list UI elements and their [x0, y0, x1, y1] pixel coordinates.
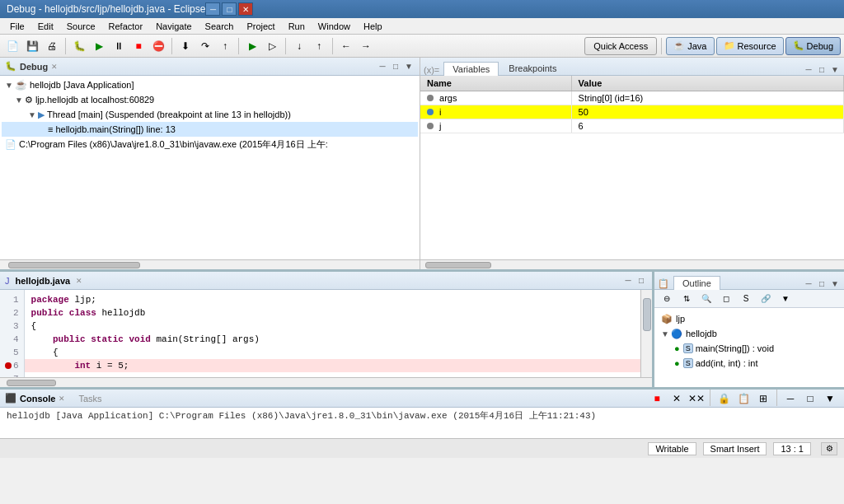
editor-close-icon[interactable]: ✕ [76, 277, 82, 285]
menu-source[interactable]: Source [60, 20, 102, 33]
perspective-resource-button[interactable]: 📁 Resource [716, 37, 784, 55]
editor-vscroll[interactable] [640, 290, 652, 377]
tree-label-3: hellojdb.main(String[]) line: 13 [55, 124, 176, 134]
disconnect-button[interactable]: ⛔ [149, 37, 167, 55]
var-maximize-btn[interactable]: □ [816, 63, 828, 75]
editor-hscroll-thumb[interactable] [7, 380, 56, 386]
menu-edit[interactable]: Edit [31, 20, 60, 33]
outline-item-ljp[interactable]: 📦 ljp [658, 311, 841, 326]
console-remove-btn[interactable]: ✕ [668, 390, 686, 408]
console-tab-close[interactable]: ✕ [59, 394, 65, 403]
console-tab-label[interactable]: Console [20, 394, 55, 404]
var-row-args[interactable]: args String[0] (id=16) [420, 91, 844, 105]
debug-button[interactable]: 🐛 [70, 37, 88, 55]
outline-item-main[interactable]: ● S main(String[]) : void [658, 341, 841, 356]
debug-maximize-btn[interactable]: □ [390, 61, 401, 72]
outline-hide-btn[interactable]: ◻ [717, 290, 735, 308]
tree-item-0[interactable]: ▼ ☕ hellojdb [Java Application] [2, 77, 418, 92]
outline-sort-btn[interactable]: ⇅ [678, 290, 696, 308]
code-area[interactable]: 1 2 3 4 5 6 7 8 9 10 11 12 package ljp [0, 290, 652, 377]
console-new-btn[interactable]: 📋 [734, 390, 753, 408]
outline-maximize-btn[interactable]: □ [816, 278, 828, 289]
console-terminate-btn[interactable]: ■ [648, 390, 666, 408]
maximize-button[interactable]: □ [222, 2, 237, 16]
var-hscroll-thumb[interactable] [425, 262, 491, 268]
step-return-button[interactable]: ↑ [216, 37, 234, 55]
console-display-btn[interactable]: ⊞ [754, 390, 772, 408]
tree-item-4[interactable]: 📄 C:\Program Files (x86)\Java\jre1.8.0_3… [2, 137, 418, 152]
ext-run-button[interactable]: ▷ [263, 37, 281, 55]
debug-hscroll-thumb[interactable] [8, 262, 140, 268]
back-button[interactable]: ← [337, 37, 355, 55]
resume-button[interactable]: ▶ [90, 37, 108, 55]
suspend-button[interactable]: ⏸ [110, 37, 128, 55]
tab-variables[interactable]: Variables [443, 62, 499, 76]
code-editor[interactable]: package ljp; public class hellojdb { pub… [25, 290, 640, 377]
tree-item-3[interactable]: ≡ hellojdb.main(String[]) line: 13 [2, 122, 418, 137]
exe-icon: 📄 [5, 139, 16, 150]
editor-maximize-btn[interactable]: □ [635, 275, 647, 287]
arrow-icon-1: ▼ [15, 96, 23, 105]
console-remove-all-btn[interactable]: ✕✕ [687, 390, 706, 408]
menu-file[interactable]: File [3, 20, 31, 33]
tasks-tab-label[interactable]: Tasks [78, 394, 101, 404]
print-button[interactable]: 🖨 [43, 37, 61, 55]
editor-vscroll-thumb[interactable] [643, 298, 651, 331]
console-maximize-btn[interactable]: □ [801, 390, 819, 408]
minimize-button[interactable]: ─ [205, 2, 220, 16]
menu-refactor[interactable]: Refactor [102, 20, 150, 33]
var-name-i: i [420, 105, 571, 119]
editor-hscroll[interactable] [0, 377, 652, 387]
menu-search[interactable]: Search [199, 20, 241, 33]
console-menu-btn[interactable]: ▼ [821, 390, 839, 408]
menu-navigate[interactable]: Navigate [149, 20, 198, 33]
tree-item-2[interactable]: ▼ ▶ Thread [main] (Suspended (breakpoint… [2, 107, 418, 122]
editor-tab-label[interactable]: hellojdb.java [16, 276, 71, 286]
debug-minimize-btn[interactable]: ─ [377, 61, 388, 72]
outline-link-btn[interactable]: 🔗 [757, 290, 775, 308]
perspective-debug-button[interactable]: 🐛 Debug [785, 37, 841, 55]
editor-minimize-btn[interactable]: ─ [622, 275, 634, 287]
tab-outline[interactable]: Outline [673, 276, 720, 290]
outline-filter-btn[interactable]: 🔍 [697, 290, 715, 308]
tab-breakpoints[interactable]: Breakpoints [499, 61, 565, 75]
menu-help[interactable]: Help [357, 20, 389, 33]
debug-panel-icon: 🐛 [5, 61, 16, 72]
tree-item-1[interactable]: ▼ ⚙ ljp.hellojdb at localhost:60829 [2, 92, 418, 107]
menu-window[interactable]: Window [312, 20, 357, 33]
class-icon: 🔵 [671, 329, 682, 339]
status-writable: Writable [648, 442, 696, 455]
xeq-icon: (x)= [424, 65, 439, 75]
menu-run[interactable]: Run [282, 20, 312, 33]
var-hscroll[interactable] [420, 259, 844, 269]
step-over-button[interactable]: ↷ [196, 37, 214, 55]
perspective-java-button[interactable]: ☕ Java [666, 37, 714, 55]
var-minimize-btn[interactable]: ─ [803, 63, 814, 75]
status-icon-btn[interactable]: ⚙ [821, 442, 837, 455]
next-annotation-button[interactable]: ↓ [290, 37, 308, 55]
var-row-i[interactable]: i 50 [420, 105, 844, 119]
run-button[interactable]: ▶ [243, 37, 261, 55]
debug-hscroll[interactable] [0, 259, 420, 269]
menu-project[interactable]: Project [240, 20, 281, 33]
outline-more-btn[interactable]: ▼ [776, 290, 795, 308]
prev-annotation-button[interactable]: ↑ [310, 37, 328, 55]
new-button[interactable]: 📄 [3, 37, 21, 55]
outline-menu-btn[interactable]: ▼ [829, 278, 841, 289]
save-button[interactable]: 💾 [23, 37, 41, 55]
step-into-button[interactable]: ⬇ [176, 37, 195, 55]
outline-item-add[interactable]: ● S add(int, int) : int [658, 356, 841, 371]
var-menu-btn[interactable]: ▼ [829, 63, 841, 75]
outline-item-hellojdb[interactable]: ▼ 🔵 hellojdb [658, 326, 841, 341]
outline-collapse-btn[interactable]: ⊖ [658, 290, 676, 308]
terminate-button[interactable]: ■ [129, 37, 148, 55]
debug-menu-btn[interactable]: ▼ [403, 61, 415, 72]
var-row-j[interactable]: j 6 [420, 119, 844, 133]
outline-minimize-btn[interactable]: ─ [803, 278, 814, 289]
outline-static-btn[interactable]: S [737, 290, 755, 308]
close-button[interactable]: ✕ [238, 2, 253, 16]
quick-access-button[interactable]: Quick Access [584, 37, 657, 55]
console-minimize-btn[interactable]: ─ [781, 390, 799, 408]
console-scroll-lock-btn[interactable]: 🔒 [715, 390, 733, 408]
forward-button[interactable]: → [357, 37, 375, 55]
